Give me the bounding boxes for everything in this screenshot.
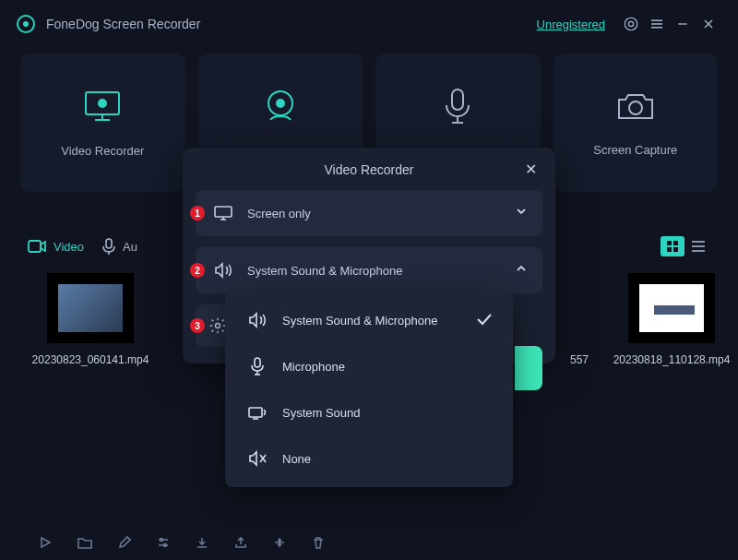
- download-icon[interactable]: [196, 536, 208, 549]
- dropdown-item-microphone[interactable]: Microphone: [225, 343, 513, 389]
- compress-icon[interactable]: [273, 536, 286, 549]
- svg-rect-14: [452, 89, 463, 110]
- chevron-up-icon: [515, 262, 528, 279]
- dropdown-label: Microphone: [282, 360, 493, 374]
- modal-title: Video Recorder: [324, 162, 413, 177]
- list-item[interactable]: 20230818_110128.mp4: [618, 273, 725, 368]
- mode-label: Screen Capture: [593, 143, 677, 157]
- svg-marker-28: [42, 538, 50, 547]
- monitor-icon: [210, 205, 236, 221]
- step-badge: 2: [190, 263, 205, 278]
- dropdown-label: None: [282, 452, 493, 466]
- check-icon: [476, 313, 493, 328]
- dropdown-label: System Sound: [282, 406, 493, 420]
- bottom-toolbar: [0, 536, 738, 549]
- system-sound-icon: [245, 405, 269, 420]
- svg-point-0: [625, 18, 637, 30]
- dropdown-item-system-sound[interactable]: System Sound: [225, 389, 513, 435]
- svg-rect-24: [673, 247, 678, 252]
- mode-video-recorder[interactable]: Video Recorder: [20, 54, 185, 192]
- view-grid-button[interactable]: [661, 236, 684, 256]
- svg-rect-33: [215, 207, 232, 217]
- mute-icon: [245, 450, 269, 467]
- play-icon[interactable]: [39, 536, 52, 549]
- source-audio-row[interactable]: 2 System Sound & Microphone: [196, 247, 542, 293]
- list-item[interactable]: 557: [570, 273, 589, 368]
- dropdown-item-none[interactable]: None: [225, 435, 513, 482]
- svg-rect-21: [667, 241, 672, 245]
- camera-icon: [615, 89, 656, 126]
- tab-label: Video: [54, 240, 84, 254]
- webcam-icon: [261, 87, 300, 129]
- svg-rect-22: [673, 241, 678, 245]
- tab-audio[interactable]: Au: [102, 238, 137, 255]
- registration-link[interactable]: Unregistered: [537, 18, 605, 31]
- mode-screen-capture[interactable]: Screen Capture: [554, 54, 719, 192]
- share-icon[interactable]: [234, 536, 247, 549]
- svg-point-17: [629, 101, 642, 114]
- svg-point-11: [98, 99, 107, 108]
- titlebar: FoneDog Screen Recorder Unregistered: [0, 0, 738, 48]
- settings-gear-icon[interactable]: [618, 16, 644, 32]
- file-name: 557: [570, 352, 589, 368]
- option-label: Screen only: [247, 207, 515, 220]
- svg-rect-40: [249, 408, 262, 417]
- svg-rect-23: [667, 247, 672, 252]
- monitor-record-icon: [82, 89, 123, 127]
- svg-point-1: [628, 21, 633, 26]
- svg-point-36: [216, 324, 220, 328]
- thumbnail-image: [47, 273, 134, 343]
- file-name: 20230823_060141.mp4: [32, 352, 149, 368]
- chevron-down-icon: [515, 205, 528, 221]
- step-badge: 1: [190, 206, 205, 220]
- source-screen-row[interactable]: 1 Screen only: [196, 190, 542, 236]
- sliders-icon[interactable]: [157, 536, 170, 549]
- view-list-button[interactable]: [686, 236, 710, 256]
- menu-icon[interactable]: [644, 16, 670, 32]
- trash-icon[interactable]: [312, 536, 325, 549]
- tab-label: Au: [123, 240, 137, 254]
- folder-icon[interactable]: [77, 536, 92, 549]
- speaker-icon: [210, 262, 236, 279]
- step-badge: 3: [190, 318, 205, 333]
- svg-rect-37: [255, 358, 260, 367]
- svg-rect-18: [29, 241, 41, 252]
- speaker-icon: [245, 312, 269, 328]
- rec-button-edge[interactable]: [515, 346, 542, 390]
- microphone-icon: [442, 87, 473, 129]
- tab-video[interactable]: Video: [28, 240, 84, 254]
- modal-close-button[interactable]: ✕: [525, 161, 537, 178]
- view-toggle: [661, 236, 710, 256]
- minimize-button[interactable]: [670, 17, 696, 31]
- app-logo-icon: [17, 15, 35, 33]
- file-name: 20230818_110128.mp4: [613, 352, 731, 368]
- dropdown-label: System Sound & Microphone: [282, 314, 476, 328]
- audio-source-dropdown: System Sound & Microphone Microphone Sys…: [225, 292, 513, 487]
- list-item[interactable]: 20230823_060141.mp4: [37, 273, 144, 368]
- thumbnail-image: [628, 273, 715, 343]
- dropdown-item-system-and-mic[interactable]: System Sound & Microphone: [225, 297, 513, 343]
- microphone-icon: [245, 357, 269, 375]
- gear-icon: [208, 316, 227, 335]
- svg-rect-19: [106, 239, 112, 248]
- svg-point-13: [276, 99, 285, 108]
- close-button[interactable]: [696, 17, 721, 31]
- option-label: System Sound & Microphone: [247, 264, 515, 278]
- mode-label: Video Recorder: [61, 144, 144, 158]
- app-title: FoneDog Screen Recorder: [46, 17, 200, 31]
- edit-icon[interactable]: [118, 536, 131, 549]
